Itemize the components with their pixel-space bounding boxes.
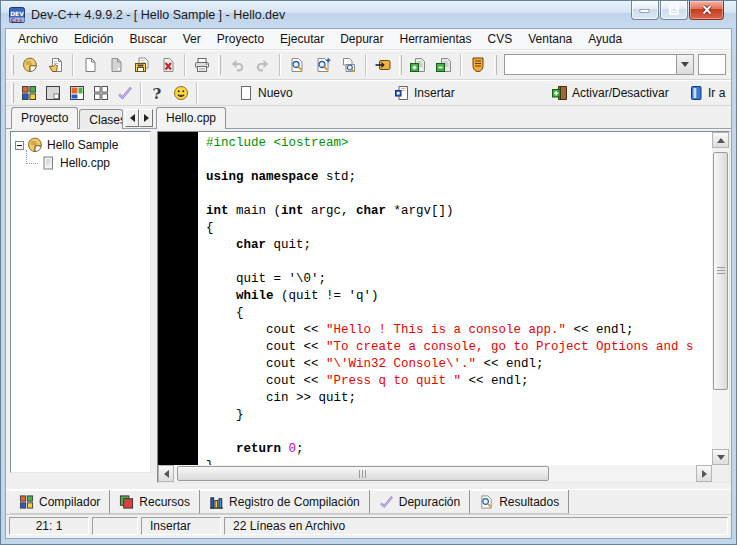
code-line: while (quit != 'q') <box>206 288 712 305</box>
menu-item-archivo[interactable]: Archivo <box>10 30 66 48</box>
tab-scroll-right-button[interactable] <box>139 109 153 127</box>
find-next-button[interactable] <box>310 52 336 78</box>
tree-item-file[interactable]: Hello.cpp <box>13 154 148 172</box>
stacked-pages-icon <box>119 494 134 509</box>
view-tiles-button[interactable] <box>89 82 113 104</box>
menu-item-ventana[interactable]: Ventana <box>520 30 580 48</box>
menu-item-ayuda[interactable]: Ayuda <box>580 30 630 48</box>
scroll-up-button[interactable] <box>712 132 729 148</box>
undo-icon <box>229 57 245 73</box>
menu-item-buscar[interactable]: Buscar <box>121 30 174 48</box>
tab-compilador[interactable]: Compilador <box>10 490 110 514</box>
window-title: Dev-C++ 4.9.9.2 - [ Hello Sample ] - Hel… <box>31 8 285 22</box>
view-grid-button[interactable] <box>17 82 41 104</box>
code-line <box>206 424 712 441</box>
find-button[interactable] <box>284 52 310 78</box>
code-line: cout << "Press q to quit " << endl; <box>206 373 712 390</box>
profile-button[interactable] <box>465 52 491 78</box>
compiler-combobox[interactable] <box>504 54 694 75</box>
toolbar-handle[interactable] <box>11 55 14 75</box>
menu-item-herramientas[interactable]: Herramientas <box>392 30 480 48</box>
svg-text:?: ? <box>153 85 162 101</box>
menu-bar: ArchivoEdiciónBuscarVerProyectoEjecutarD… <box>6 29 731 50</box>
tab-depuracion-label: Depuración <box>399 495 460 509</box>
vertical-scroll-thumb[interactable] <box>713 152 728 390</box>
tab-resultados-label: Resultados <box>499 495 559 509</box>
code-area[interactable]: #include <iostream> using namespace std;… <box>198 132 712 465</box>
view-split-button[interactable] <box>65 82 89 104</box>
new-file-button[interactable] <box>77 52 103 78</box>
goto-line-button[interactable] <box>370 52 396 78</box>
nuevo-button[interactable]: Nuevo <box>238 82 293 103</box>
tab-registro-compilacion[interactable]: Registro de Compilación <box>200 490 370 514</box>
scrollbar-corner <box>712 465 729 482</box>
arrow-down-icon <box>717 455 725 460</box>
redo-button[interactable] <box>250 52 276 78</box>
menu-item-ejecutar[interactable]: Ejecutar <box>272 30 332 48</box>
replace-button[interactable] <box>336 52 362 78</box>
scroll-right-button[interactable] <box>696 465 712 482</box>
help-button[interactable]: ? <box>145 82 169 104</box>
horizontal-scrollbar[interactable] <box>158 465 712 482</box>
left-panel-tabs: Proyecto Clases(F <box>6 107 153 128</box>
horizontal-scroll-thumb[interactable] <box>177 466 549 481</box>
combobox-dropdown-button[interactable] <box>676 54 694 75</box>
toolbar-edit-box[interactable] <box>698 54 726 75</box>
open-project-button[interactable] <box>43 52 69 78</box>
vertical-scrollbar[interactable] <box>712 132 729 465</box>
save-all-button[interactable] <box>129 52 155 78</box>
new-source-button[interactable] <box>17 52 43 78</box>
restore-button[interactable] <box>660 1 688 20</box>
check-syntax-button[interactable] <box>113 82 137 104</box>
tab-proyecto[interactable]: Proyecto <box>11 107 78 129</box>
blank-file-button[interactable] <box>103 52 129 78</box>
open-project-icon <box>48 57 64 73</box>
toolbar-handle[interactable] <box>11 83 14 103</box>
close-file-button[interactable] <box>155 52 181 78</box>
tab-recursos[interactable]: Recursos <box>110 490 200 514</box>
menu-item-proyecto[interactable]: Proyecto <box>209 30 272 48</box>
tab-resultados[interactable]: Resultados <box>470 490 569 514</box>
undo-button[interactable] <box>224 52 250 78</box>
tab-clases[interactable]: Clases(F <box>79 109 123 129</box>
code-line: char quit; <box>206 237 712 254</box>
titlebar[interactable]: DEVC++ Dev-C++ 4.9.9.2 - [ Hello Sample … <box>1 1 736 28</box>
tab-hello-cpp[interactable]: Hello.cpp <box>156 107 226 129</box>
caption-buttons <box>630 1 724 20</box>
toolbar-handle[interactable] <box>218 55 221 75</box>
menu-item-cvs[interactable]: CVS <box>480 30 521 48</box>
toolbar-handle[interactable] <box>494 55 497 75</box>
activar-desactivar-button[interactable]: Activar/Desactivar <box>552 82 669 103</box>
code-line: #include <iostream> <box>206 135 712 152</box>
code-line: } <box>206 407 712 424</box>
combobox-field[interactable] <box>504 54 676 75</box>
ir-a-button[interactable]: Ir a <box>688 82 725 103</box>
code-line <box>206 152 712 169</box>
minimize-button[interactable] <box>631 1 659 20</box>
menu-item-ver[interactable]: Ver <box>175 30 209 48</box>
close-icon <box>699 2 715 18</box>
add-watch-button[interactable] <box>405 52 431 78</box>
save-all-icon <box>134 57 150 73</box>
tree-project-label: Hello Sample <box>47 138 118 152</box>
print-button[interactable] <box>189 52 215 78</box>
about-button[interactable] <box>169 82 193 104</box>
close-button[interactable] <box>689 1 724 20</box>
scroll-left-button[interactable] <box>158 465 174 482</box>
insert-icon <box>394 85 410 101</box>
app-window: DEVC++ Dev-C++ 4.9.9.2 - [ Hello Sample … <box>0 0 737 545</box>
tab-scroll-left-button[interactable] <box>125 109 139 127</box>
scroll-down-button[interactable] <box>712 449 729 465</box>
dropdown-arrow-icon <box>681 62 689 67</box>
view-window-button[interactable] <box>41 82 65 104</box>
tab-depuracion[interactable]: Depuración <box>370 490 470 514</box>
code-editor[interactable]: #include <iostream> using namespace std;… <box>157 131 730 483</box>
tab-proyecto-label: Proyecto <box>21 111 68 125</box>
tree-expander[interactable] <box>15 141 24 150</box>
menu-item-depurar[interactable]: Depurar <box>332 30 391 48</box>
menu-item-edicion[interactable]: Edición <box>66 30 121 48</box>
toolbar-handle[interactable] <box>399 55 402 75</box>
toolbar-separator <box>196 82 198 104</box>
remove-watch-button[interactable] <box>431 52 457 78</box>
insertar-button[interactable]: Insertar <box>394 82 455 103</box>
